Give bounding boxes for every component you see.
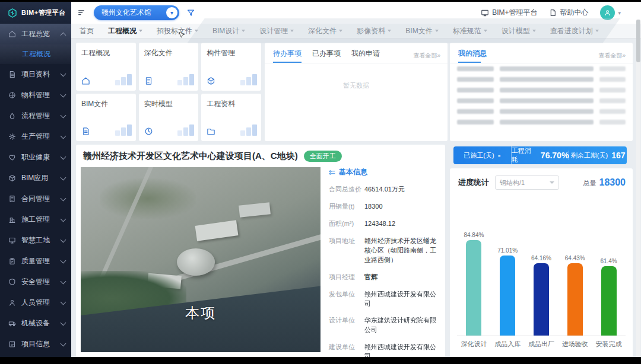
sidebar-item-label: 合同管理 [21,194,61,204]
platform-link[interactable]: BIM+管理平台 [481,8,537,18]
card-component-mgmt[interactable]: 构件管理 [201,43,261,91]
card-bim-files[interactable]: BIM文件 [76,94,136,142]
mini-chart [177,74,194,85]
redacted-text [500,98,594,103]
tab-label: BIM设计 [212,26,239,36]
sidebar-item-smart-site[interactable]: 智慧工地 [0,230,71,251]
chevron-down-icon [61,195,66,201]
message-row[interactable] [450,85,633,95]
hamburger-icon[interactable] [77,8,87,18]
chevron-down-icon [61,278,66,284]
message-row[interactable] [450,74,633,85]
tab-todo[interactable]: 待办事项 [273,49,302,63]
stat-value: - [498,151,501,160]
document-icon [144,76,153,85]
sidebar-item-label: 施工管理 [21,215,61,225]
project-selector[interactable]: 赣州文化艺术馆 ▾ [94,5,179,20]
bar-value-label: 71.01% [497,247,518,254]
mini-chart [177,124,194,136]
sidebar-item-production[interactable]: 生产管理 [0,126,71,147]
card-realtime-model[interactable]: 实时模型 [139,94,199,142]
tab-standards[interactable]: 标准规范 [453,26,487,36]
scrollbar-thumb[interactable] [636,20,640,62]
stat-label: 工程消耗 [512,146,537,164]
logo-text: BIM+管理平台 [21,8,66,17]
messages-view-all-link[interactable]: 查看全部» [598,52,626,60]
field-value: 官辉 [364,273,377,282]
progress-title: 进度统计 [458,177,489,188]
chevron-down-icon [61,237,66,242]
bar-value-label: 61.4% [600,258,617,264]
tab-bim-files[interactable]: BIM文件 [405,26,438,36]
message-row[interactable] [450,106,633,117]
progress-panel: 进度统计 钢结构/1 总量 18300 84.84% 71.01% 64.16%… [450,168,633,357]
cursor-pointer-icon [177,31,185,40]
filter-funnel-icon[interactable] [186,8,195,17]
sidebar-item-personnel[interactable]: 人员管理 [0,292,71,313]
tab-done[interactable]: 已办事项 [312,49,341,63]
chevron-down-icon [61,112,66,118]
card-project-profile[interactable]: 工程概况 [76,43,136,91]
mini-chart [115,124,132,136]
redacted-text [457,88,494,92]
sidebar-item-workflow[interactable]: 流程管理 [0,106,71,126]
card-detail-docs[interactable]: 深化文件 [139,43,199,91]
tab-bidding-docs[interactable]: 招投标文件 [157,26,198,36]
sidebar-item-project-overview[interactable]: 工程总览 [0,24,71,44]
sidebar-item-quality[interactable]: 质量管理 [0,251,71,272]
list-icon [329,169,336,176]
person-icon [8,299,16,306]
card-project-data[interactable]: 工程资料 [201,94,261,142]
message-row[interactable] [450,117,633,127]
message-row[interactable] [450,95,633,106]
sidebar-item-bim-app[interactable]: BIM应用 [0,168,71,189]
field-label: 项目经理 [329,273,364,282]
card-title: 构件管理 [207,48,256,58]
user-menu[interactable]: ▾ [600,5,621,20]
stat-days-remaining: 剩余工期(天)167 [569,151,627,160]
tab-design-mgmt[interactable]: 设计管理 [259,26,294,36]
chevron-down-icon [139,30,142,32]
sidebar: 工程总览 工程概况 项目资料 物料管理 流程管理 生产管 [0,24,71,357]
scrollbar-track[interactable] [636,20,640,357]
building-icon [8,216,16,223]
gear-icon [8,133,16,141]
message-row[interactable] [450,63,633,74]
sidebar-item-project-info[interactable]: 项目信息 [0,334,71,355]
help-label: 帮助中心 [560,8,588,18]
sidebar-item-machinery[interactable]: 机械设备 [0,313,71,334]
logo-area[interactable]: BIM+管理平台 [0,2,71,24]
tab-detail-docs[interactable]: 深化文件 [308,26,342,36]
bar [534,263,549,336]
category-select[interactable]: 钢结构/1 [495,175,559,190]
tab-project-overview[interactable]: 工程概况 [108,26,142,36]
chevron-down-icon [61,133,66,139]
tab-my-requests[interactable]: 我的申请 [351,49,380,63]
sidebar-item-safety[interactable]: 安全管理 [0,272,71,292]
tab-home[interactable]: 首页 [80,26,94,36]
tab-schedule-plan[interactable]: 查看进度计划 [550,26,599,36]
messages-panel: 我的消息 查看全部» [450,43,633,141]
nav-tabs-bar: 首页 工程概况 招投标文件 BIM设计 设计管理 深化文件 影像资料 BIM文件… [71,24,641,39]
tab-media-files[interactable]: 影像资料 [357,26,391,36]
tab-bim-design[interactable]: BIM设计 [212,26,245,36]
tab-design-model[interactable]: 设计模型 [502,26,536,36]
bar [601,266,617,336]
sidebar-subitem-project-profile[interactable]: 工程概况 [0,44,71,64]
sidebar-item-contracts[interactable]: 合同管理 [0,189,71,209]
chart-x-axis-labels: 深化设计 成品入库 成品出厂 进场验收 安装完成 [457,340,626,349]
chart-bar-column: 64.43% [560,255,590,336]
help-center-link[interactable]: 帮助中心 [549,8,588,18]
sidebar-item-occupational-health[interactable]: 职业健康 [0,147,71,168]
cube-icon [207,76,215,85]
sidebar-item-project-docs[interactable]: 项目资料 [0,64,71,85]
redacted-text [500,77,594,82]
monitor-icon [8,237,16,244]
chevron-down-icon: ▾ [166,7,177,18]
field-value: 赣州经济技术开发区蟠龙核心区（朝阳路南侧，工业路西侧） [364,237,439,265]
field-value: 124348.12 [364,219,395,229]
basic-info-title: 基本信息 [339,167,367,177]
sidebar-item-construction[interactable]: 施工管理 [0,209,71,230]
tasks-view-all-link[interactable]: 查看全部» [413,52,440,60]
sidebar-item-materials[interactable]: 物料管理 [0,85,71,106]
